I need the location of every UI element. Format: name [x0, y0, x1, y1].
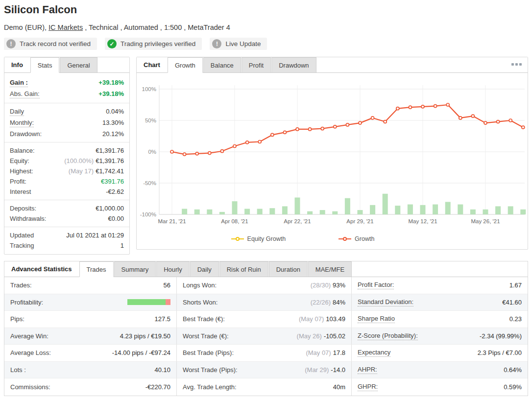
cell-value: (Mar 29)-14.0 — [305, 366, 345, 374]
cell-commissions: Commissions:-€220.70 — [4, 378, 177, 396]
tab-stats[interactable]: Stats — [30, 57, 60, 73]
growth-point — [396, 107, 399, 110]
tab-trades[interactable]: Trades — [79, 261, 114, 277]
growth-point — [371, 117, 374, 119]
volume-bar — [408, 205, 413, 214]
volume-bar — [470, 210, 476, 214]
stat-value: -€2.62 — [106, 188, 124, 195]
stat-label: Equity: — [10, 157, 29, 164]
cell-label: Best Trade (Pips): — [183, 349, 234, 356]
stat-value: €1,000.00 — [96, 205, 124, 212]
status-badge-track-record-not-verified: !Track record not verified — [4, 38, 97, 50]
stat-row-withdrawals: Withdrawals:€0.00 — [4, 213, 129, 224]
volume-bar — [483, 210, 488, 214]
check-icon: ✓ — [107, 39, 117, 48]
stat-label: Withdrawals: — [10, 215, 46, 222]
stat-label: Deposits: — [10, 205, 36, 212]
profitability-bar — [127, 299, 170, 305]
volume-bar — [345, 198, 350, 214]
stats-divider — [4, 200, 129, 200]
y-tick-label: 100% — [142, 86, 156, 92]
cell-value-note: (May 26) — [297, 332, 322, 340]
table-row: Average Win:4.23 pips / €19.50Worst Trad… — [4, 328, 528, 345]
tab-duration[interactable]: Duration — [269, 261, 308, 277]
cell-worst-trade: Worst Trade (€):(May 26)-105.02 — [177, 328, 352, 345]
more-options-icon[interactable] — [511, 63, 522, 66]
x-tick-label: Apr 29, '21 — [346, 218, 373, 224]
legend-item-growth[interactable]: Growth — [339, 235, 374, 242]
stat-value: (May 17)€1,742.41 — [69, 167, 124, 175]
cell-value: (22/26)84% — [311, 299, 345, 306]
cell-label: GHPR: — [358, 383, 378, 391]
volume-bar — [358, 210, 363, 214]
volume-bar — [295, 197, 300, 214]
tab-balance[interactable]: Balance — [203, 57, 241, 72]
stat-value-note: (May 17) — [69, 167, 94, 175]
stat-label: Balance: — [10, 147, 35, 154]
statistics-table: Trades:56Longs Won:(28/30)93%Profit Fact… — [4, 277, 528, 396]
stat-label: Drawdown: — [10, 130, 42, 138]
growth-point — [384, 120, 387, 123]
cell-sharpe-ratio: Sharpe Ratio0.23 — [352, 311, 528, 328]
exclamation-icon: ! — [6, 39, 16, 48]
cell-value: -14.00 pips / -€97.24 — [112, 349, 170, 356]
volume-bar — [282, 206, 288, 214]
growth-point — [258, 141, 261, 143]
cell-avg-trade-length: Avg. Trade Length:40m — [177, 378, 352, 396]
table-row: Trades:56Longs Won:(28/30)93%Profit Fact… — [4, 277, 528, 294]
stat-row-abs-gain: Abs. Gain:+39.18% — [4, 89, 129, 100]
volume-bar — [395, 206, 400, 214]
chart-panel: ChartGrowthBalanceProfitDrawdown 100%50%… — [136, 57, 528, 250]
stats-divider — [4, 103, 129, 103]
tab-daily[interactable]: Daily — [190, 261, 219, 277]
growth-point — [195, 152, 198, 155]
tab-summary[interactable]: Summary — [114, 261, 156, 277]
stat-value: €0.00 — [108, 215, 124, 222]
stat-row-drawdown: Drawdown:20.12% — [4, 129, 129, 139]
table-row: Profitability:Shorts Won:(22/26)84%Stand… — [4, 294, 528, 311]
cell-label: Average Loss: — [10, 349, 51, 356]
tab-drawdown[interactable]: Drawdown — [271, 57, 316, 72]
tab-general[interactable]: General — [60, 57, 97, 72]
stat-value: 20.12% — [102, 130, 124, 138]
tab-growth[interactable]: Growth — [168, 57, 203, 73]
statistics-tabs: Advanced StatisticsTradesSummaryHourlyDa… — [4, 261, 528, 277]
tab-advanced-statistics: Advanced Statistics — [4, 261, 79, 277]
cell-longs-won: Longs Won:(28/30)93% — [177, 277, 352, 294]
cell-label: Worst Trade (Pips): — [183, 366, 238, 374]
stat-row-balance: Balance:€1,391.76 — [4, 145, 129, 156]
stat-value: €1,391.76 — [96, 147, 124, 154]
tab-mae-mfe[interactable]: MAE/MFE — [308, 261, 352, 277]
cell-trades: Trades:56 — [4, 277, 177, 294]
info-panel: InfoStatsGeneral Gain :+39.18%Abs. Gain:… — [4, 57, 130, 255]
growth-point — [409, 106, 411, 109]
stat-value: +39.18% — [98, 90, 124, 97]
cell-profit-factor: Profit Factor:1.67 — [352, 277, 528, 294]
status-badge-trading-privileges-verified: ✓Trading privileges verified — [105, 38, 202, 50]
stat-row-interest: Interest-€2.62 — [4, 187, 129, 197]
cell-ahpr: AHPR:0.64% — [352, 362, 528, 379]
cell-label: Trades: — [10, 282, 32, 289]
volume-bar — [370, 205, 375, 214]
cell-label: Pips: — [10, 315, 24, 323]
volume-bar — [307, 211, 313, 214]
broker-link[interactable]: IC Markets — [48, 23, 83, 31]
tab-profit[interactable]: Profit — [242, 57, 271, 72]
cell-value: -€220.70 — [145, 383, 170, 391]
cell-label: Worst Trade (€): — [183, 332, 229, 340]
legend-item-equity-growth[interactable]: Equity Growth — [231, 235, 286, 242]
stat-row-daily: Daily0.04% — [4, 106, 129, 117]
volume-bar — [332, 211, 338, 214]
cell-value: 0.23 — [509, 315, 522, 323]
y-tick-label: 0% — [148, 149, 156, 155]
cell-value: 56 — [164, 282, 170, 289]
growth-point — [208, 152, 211, 155]
volume-bar — [495, 206, 501, 214]
tab-risk-of-ruin[interactable]: Risk of Ruin — [219, 261, 268, 277]
stat-label: Profit: — [10, 178, 26, 185]
tab-hourly[interactable]: Hourly — [156, 261, 190, 277]
stat-row-profit: Profit:€391.76 — [4, 176, 129, 187]
cell-value-note: (May 07) — [306, 349, 331, 356]
legend-label: Equity Growth — [247, 235, 286, 242]
growth-point — [421, 105, 424, 108]
